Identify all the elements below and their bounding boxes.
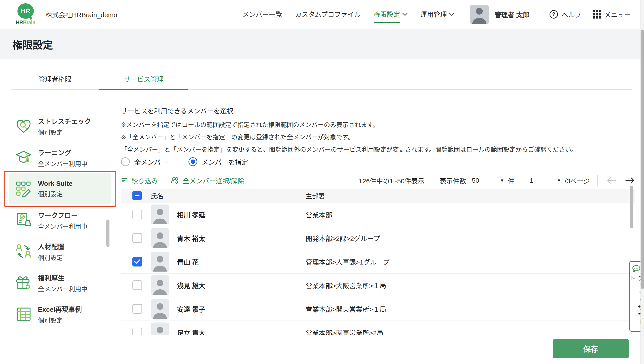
row-checkbox[interactable] xyxy=(132,280,142,290)
avatar xyxy=(151,204,169,224)
member-name: 青山 花 xyxy=(177,257,199,266)
radio-specify-members[interactable]: メンバーを指定 xyxy=(189,157,248,166)
people-placement-icon xyxy=(15,243,32,260)
svg-text:?: ? xyxy=(552,12,555,17)
filter-button[interactable]: 絞り込み xyxy=(121,176,158,185)
person-silhouette-icon xyxy=(152,230,168,248)
select-all-checkbox[interactable] xyxy=(132,191,142,200)
sidebar-item-stress-check[interactable]: ストレスチェック 個別設定 xyxy=(0,110,117,142)
service-name: 福利厚生 xyxy=(38,273,87,282)
member-department: 管理本部>人事課>1グループ xyxy=(306,257,390,266)
user-avatar[interactable] xyxy=(470,5,489,24)
body: ストレスチェック 個別設定 ラーニング 全メンバー利用中 xyxy=(0,90,644,364)
service-name: ラーニング xyxy=(38,147,87,157)
column-header-department: 主部署 xyxy=(306,191,325,200)
member-department: 営業本部>関東営業所>１局 xyxy=(306,304,386,314)
tab-service-management[interactable]: サービス管理 xyxy=(99,74,188,89)
nav-member-list[interactable]: メンバー一覧 xyxy=(242,9,282,20)
select-all-toggle-button[interactable]: 全メンバー選択/解除 xyxy=(171,176,244,185)
radio-icon[interactable] xyxy=(189,157,197,166)
menu-button[interactable]: メニュー xyxy=(593,10,631,19)
nav-operation-management[interactable]: 運用管理 xyxy=(420,9,454,20)
pager-arrows xyxy=(606,176,635,185)
tab-admin-permission[interactable]: 管理者権限 xyxy=(11,74,99,89)
page-scrollbar[interactable] xyxy=(640,0,644,364)
page-title: 権限設定 xyxy=(12,37,53,52)
excel-table-icon xyxy=(15,306,32,323)
person-silhouette-icon xyxy=(152,206,168,224)
notes: ※メンバーを指定ではロールの範囲設定で指定された権限範囲のメンバーのみ表示されま… xyxy=(121,119,635,156)
sidebar-scrollbar[interactable] xyxy=(106,220,110,247)
top-nav: メンバー一覧 カスタムプロファイル 権限設定 運用管理 xyxy=(242,9,454,20)
chevron-down-icon xyxy=(402,13,408,16)
table-row[interactable]: 青山 花 管理本部>人事課>1グループ xyxy=(121,250,635,274)
page-select[interactable]: 1 ▼ /3ページ xyxy=(530,176,590,185)
avatar xyxy=(151,228,169,248)
chat-bubble-icon xyxy=(631,265,641,273)
page-scrollbar-thumb[interactable] xyxy=(641,30,644,289)
note-line: ※メンバーを指定ではロールの範囲設定で指定された権限範囲のメンバーのみ表示されま… xyxy=(121,119,635,131)
row-checkbox[interactable] xyxy=(132,233,142,243)
service-sidebar: ストレスチェック 個別設定 ラーニング 全メンバー利用中 xyxy=(0,90,117,364)
service-name: Work Suite xyxy=(38,180,72,187)
table-scrollbar[interactable] xyxy=(630,186,633,228)
service-name: ストレスチェック xyxy=(38,116,91,126)
sidebar-item-benefits[interactable]: 福利厚生 全メンバー利用中 xyxy=(0,267,117,298)
nav-custom-profile[interactable]: カスタムプロファイル xyxy=(295,9,361,20)
hrbrain-logo-wordmark: HRBrain xyxy=(16,20,36,26)
service-status: 全メンバー利用中 xyxy=(38,222,87,230)
avatar xyxy=(151,299,169,319)
next-page-arrow-icon[interactable] xyxy=(624,176,635,185)
service-name: ワークフロー xyxy=(38,210,87,220)
help-button[interactable]: ? ヘルプ xyxy=(549,10,581,19)
prev-page-arrow-icon[interactable] xyxy=(606,176,617,185)
sidebar-item-learning[interactable]: ラーニング 全メンバー利用中 xyxy=(0,142,117,173)
result-count: 126件中の1~50件表示 xyxy=(359,176,424,185)
user-name: 管理者 太郎 xyxy=(495,10,529,19)
table-row[interactable]: 安達 景子 営業本部>関東営業所>１局 xyxy=(121,297,635,321)
member-name: 相川 孝延 xyxy=(177,210,205,219)
column-header-name: 氏名 xyxy=(151,191,163,200)
service-status: 個別設定 xyxy=(38,316,82,324)
save-button[interactable]: 保存 xyxy=(553,339,629,358)
stress-check-icon xyxy=(15,118,32,135)
service-status: 全メンバー利用中 xyxy=(38,159,87,168)
service-status: 個別設定 xyxy=(38,189,72,198)
work-suite-icon xyxy=(15,180,32,198)
table-row[interactable]: 浅見 雄大 営業本部>大阪営業所>１局 xyxy=(121,274,635,297)
dropdown-caret-icon[interactable]: ▼ xyxy=(500,178,504,183)
member-table: 氏名 主部署 相川 孝延 営業本部 青木 裕太 開発本部>2課>2グループ xyxy=(121,188,635,344)
radio-icon[interactable] xyxy=(121,157,130,166)
filter-icon xyxy=(121,177,129,184)
current-page: 1 xyxy=(530,177,533,184)
sidebar-item-people-placement[interactable]: 人材配置 個別設定 xyxy=(0,236,117,267)
sidebar-item-excel-case[interactable]: Excel再現事例 個別設定 xyxy=(0,298,117,330)
hrbrain-logo[interactable]: HR HRBrain xyxy=(12,3,39,26)
service-name: Excel再現事例 xyxy=(38,304,82,314)
per-page-select[interactable]: 表示件数 50 ▼ 件 xyxy=(440,176,514,185)
benefits-icon xyxy=(15,274,32,292)
table-row[interactable]: 相川 孝延 営業本部 xyxy=(121,203,635,226)
header-right: 管理者 太郎 ? ヘルプ メニュー xyxy=(470,5,631,24)
nav-permission-settings[interactable]: 権限設定 xyxy=(374,9,408,20)
sidebar-item-workflow[interactable]: ワークフロー 全メンバー利用中 xyxy=(0,204,117,236)
help-icon: ? xyxy=(549,10,558,19)
row-checkbox[interactable] xyxy=(132,257,142,266)
member-department: 開発本部>2課>2グループ xyxy=(306,233,380,243)
row-checkbox[interactable] xyxy=(132,304,142,314)
divider xyxy=(522,175,522,186)
radio-all-members[interactable]: 全メンバー xyxy=(121,157,167,166)
table-row[interactable]: 青木 裕太 開発本部>2課>2グループ xyxy=(121,226,635,250)
service-status: 個別設定 xyxy=(38,128,91,136)
workflow-icon xyxy=(15,212,32,229)
service-status: 全メンバー利用中 xyxy=(38,284,87,293)
pagination-controls: 126件中の1~50件表示 表示件数 50 ▼ 件 1 ▼ /3ページ xyxy=(359,175,635,186)
note-line: 「全メンバー」と「メンバーを指定」を変更すると、閲覧範囲外のメンバーのサービス利… xyxy=(121,144,635,156)
dropdown-caret-icon[interactable]: ▼ xyxy=(557,178,561,183)
per-page-value: 50 xyxy=(472,177,479,184)
person-silhouette-icon xyxy=(152,277,168,295)
tabs-row: 管理者権限 サービス管理 xyxy=(11,59,632,90)
sidebar-item-work-suite[interactable]: Work Suite 個別設定 xyxy=(0,173,117,204)
row-checkbox[interactable] xyxy=(132,210,142,219)
learning-icon xyxy=(15,149,32,166)
